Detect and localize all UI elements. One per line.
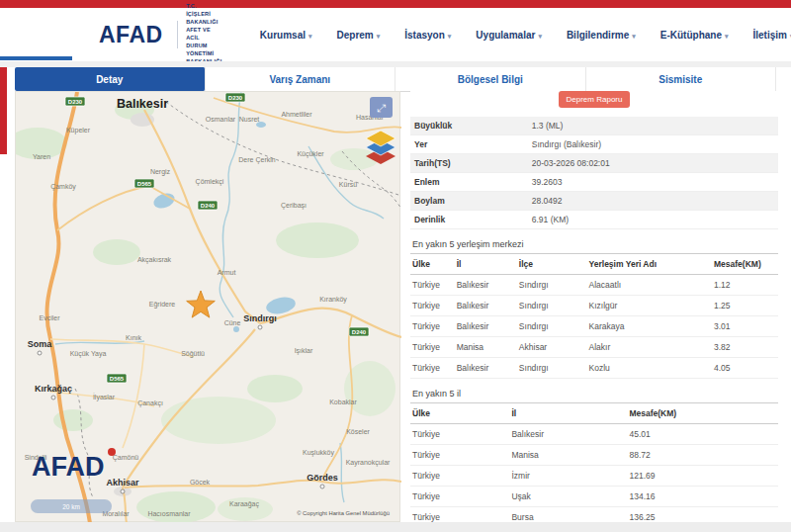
map-label: Hacıosmanlar (147, 510, 191, 517)
map-label: Çamköy (50, 183, 76, 191)
detail-row: Enlem39.2603 (410, 173, 778, 192)
map-label: Çeribaşı (281, 202, 307, 210)
map-label: Kayranokçular (346, 459, 391, 467)
nearest-provinces-table: Ülke İl Mesafe(KM) TürkiyeBalıkesir45.01… (410, 402, 778, 528)
tab-varis-zamani[interactable]: Varış Zamanı (206, 67, 396, 91)
map-label: Akçakısrak (137, 256, 172, 264)
map-label: Köseler (346, 428, 370, 435)
table-row: TürkiyeBalıkesir45.01 (410, 424, 778, 445)
detail-row: YerSındırgı (Balıkesir) (410, 135, 778, 154)
nearest-settlements-title: En yakın 5 yerleşim merkezi (412, 239, 778, 249)
map-label: Osmanlar (206, 116, 236, 123)
bottom-strip (0, 522, 791, 532)
table-row: TürkiyeUşak134.16 (410, 487, 778, 507)
detail-panel: Deprem Raporu Büyüklük1.3 (ML) YerSındır… (410, 91, 778, 522)
nav-bilgilendirme[interactable]: Bilgilendirme▾ (567, 30, 636, 41)
epicenter-star-icon[interactable] (187, 291, 216, 317)
nearest-settlements-table: Ülke İl İlçe Yerleşim Yeri Adı Mesafe(KM… (410, 253, 778, 379)
chevron-down-icon: ▾ (632, 33, 636, 40)
nav-ekutuphane[interactable]: E-Kütüphane▾ (660, 30, 729, 41)
map-label: Yaren (33, 153, 50, 160)
table-row: TürkiyeBalıkesirSındırgıAlacaatlı1.12 (410, 275, 778, 296)
map-label: Göcek (190, 479, 211, 486)
chevron-down-icon: ▾ (538, 33, 542, 40)
map-label: Işıklar (295, 347, 313, 355)
afad-logo[interactable]: AFAD T.C. İÇİŞLERİ BAKANLIĞI AFET VE ACİ… (99, 3, 222, 66)
earthquake-details: Büyüklük1.3 (ML) YerSındırgı (Balıkesir)… (410, 117, 778, 229)
map-label: Söğütlü (181, 350, 205, 358)
svg-text:D240: D240 (201, 203, 216, 209)
nav-deprem[interactable]: Deprem▾ (336, 30, 380, 41)
map-canvas[interactable]: D230 D230 D565 D240 D565 D240 Balıkesir … (16, 92, 401, 523)
blue-edge-sliver (0, 56, 72, 60)
main-nav: Kurumsal▾ Deprem▾ İstasyon▾ Uygulamalar▾… (260, 30, 791, 41)
svg-text:D565: D565 (137, 181, 152, 187)
svg-text:D230: D230 (228, 95, 243, 101)
chevron-down-icon: ▾ (448, 33, 452, 40)
map-label: Armut (218, 269, 236, 276)
table-row: TürkiyeBalıkesirSındırgıKarakaya3.01 (410, 316, 778, 337)
map-label: Küçük Yaya (70, 350, 107, 358)
map-label: Gördes (307, 473, 338, 483)
map-label: Eğridere (149, 301, 176, 309)
map-scale-bar: 20 km (31, 499, 112, 513)
chevron-down-icon: ▾ (725, 33, 729, 40)
tab-detay[interactable]: Detay (15, 67, 206, 91)
svg-text:D230: D230 (68, 99, 83, 105)
detail-row: Derinlik6.91 (KM) (410, 211, 778, 229)
map-label: Kınık (126, 334, 141, 341)
detail-row: Büyüklük1.3 (ML) (410, 117, 778, 135)
map-label: Kıranköy (319, 296, 347, 304)
table-row: TürkiyeManisa88.72 (410, 445, 778, 466)
svg-text:20 km: 20 km (62, 503, 80, 510)
map-label: Dere Çerkin (238, 156, 275, 164)
svg-text:⤢: ⤢ (377, 102, 386, 114)
earthquake-map[interactable]: D230 D230 D565 D240 D565 D240 Balıkesir … (15, 91, 400, 522)
map-label: Nergiz (150, 168, 171, 176)
nav-iletisim[interactable]: İletişim▾ (753, 30, 791, 41)
table-row: Türkiyeİzmir121.69 (410, 466, 778, 487)
map-label: Nusret (239, 116, 260, 123)
svg-text:AFAD: AFAD (32, 452, 105, 482)
svg-text:D565: D565 (110, 376, 125, 382)
deprem-raporu-button[interactable]: Deprem Raporu (559, 91, 631, 108)
tab-sismisite[interactable]: Sismisite (586, 67, 777, 91)
map-watermark-logo: AFAD (32, 448, 116, 482)
table-row: TürkiyeBalıkesirSındırgıKozlu4.05 (410, 358, 778, 379)
map-label: Kobaklar (329, 399, 357, 405)
chevron-down-icon: ▾ (308, 33, 312, 40)
map-label: Kuşlukköy (303, 449, 334, 457)
nav-uygulamalar[interactable]: Uygulamalar▾ (476, 30, 542, 41)
map-label: Çanakçı (137, 399, 163, 407)
map-label: Evciler (39, 314, 60, 321)
site-header: AFAD T.C. İÇİŞLERİ BAKANLIĞI AFET VE ACİ… (0, 8, 791, 61)
fullscreen-button[interactable]: ⤢ (370, 97, 393, 118)
map-label: Sındırgı (243, 313, 277, 323)
map-label: Kürsü (339, 181, 357, 188)
chevron-down-icon: ▾ (377, 33, 381, 40)
map-label: Çömlekçi (196, 178, 224, 186)
map-label: Küpeler (66, 127, 91, 134)
nav-kurumsal[interactable]: Kurumsal▾ (260, 30, 312, 41)
map-label: Kırkağaç (35, 384, 72, 394)
org-name: T.C. İÇİŞLERİ BAKANLIĞI AFET VE ACİL DUR… (186, 3, 222, 66)
table-row: TürkiyeManisaAkhisarAlakır3.82 (410, 337, 778, 358)
detail-row: Tarih(TS)20-03-2026 08:02:01 (410, 154, 778, 173)
map-label: Soma (28, 339, 53, 349)
map-label: Cüne (224, 319, 241, 326)
map-label: Akhisar (106, 478, 139, 488)
svg-text:D240: D240 (352, 329, 367, 335)
detail-row: Boylam28.0492 (410, 192, 778, 211)
afad-logo-text: AFAD (99, 22, 163, 48)
tab-bolgesel-bilgi[interactable]: Bölgesel Bilgi (396, 67, 586, 91)
map-label: Çamönü (113, 454, 139, 462)
map-label: Ahmetliler (281, 111, 312, 118)
logo-divider (177, 21, 178, 48)
nav-istasyon[interactable]: İstasyon▾ (404, 30, 451, 41)
map-label: Balıkesir (117, 97, 168, 111)
map-label: İlyaslar (93, 393, 116, 401)
table-row: TürkiyeBalıkesirSındırgıKızılgür1.25 (410, 296, 778, 316)
nearest-provinces-title: En yakın 5 il (412, 389, 778, 399)
map-copyright: © Copyright Harita Genel Müdürlüğü (297, 510, 390, 516)
map-label: Küçükler (297, 150, 324, 158)
